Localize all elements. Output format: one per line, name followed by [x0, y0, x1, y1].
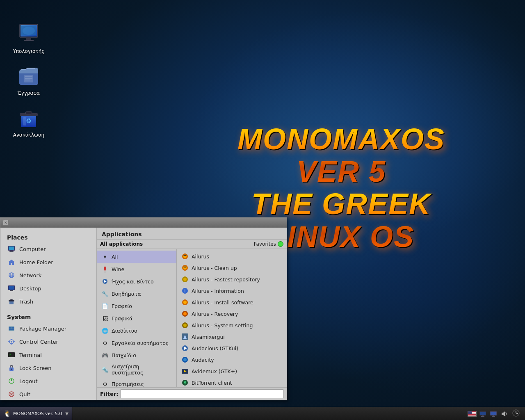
lock-screen-icon [7, 363, 16, 372]
svg-rect-36 [12, 327, 14, 329]
system-item-logout[interactable]: Logout [0, 374, 96, 388]
control-center-icon [7, 337, 16, 346]
title-line1: Monomaxos Ver 5 [210, 123, 472, 188]
desktop-icon-recycle[interactable]: ♻ Ανακύκλωση [12, 104, 45, 138]
category-item-graphics[interactable]: 🖼 Γραφικά [97, 312, 176, 324]
places-item-computer[interactable]: Computer [0, 242, 96, 256]
ailurus-cleanup-icon [181, 264, 189, 272]
taskbar-time [510, 409, 522, 418]
app-alsamixer-label: Alsamixergui [192, 334, 225, 340]
control-center-label: Control Center [19, 339, 58, 345]
places-item-network[interactable]: Network [0, 269, 96, 282]
app-item-ailurus-cleanup[interactable]: Ailurus - Clean up [177, 262, 287, 274]
svg-rect-20 [9, 251, 14, 252]
system-item-terminal[interactable]: >_ Terminal [0, 348, 96, 361]
logout-label: Logout [19, 378, 38, 384]
all-category-icon: ✦ [101, 253, 109, 261]
ailurus-recovery-icon [181, 310, 189, 318]
svg-point-66 [183, 278, 187, 281]
places-home-label: Home Folder [19, 259, 53, 265]
svg-point-47 [11, 369, 12, 370]
app-ailurus-install-label: Ailurus - Install software [192, 299, 253, 306]
app-list: Ailurus Ailurus - Clean up [177, 249, 287, 387]
category-item-wine[interactable]: Wine [97, 263, 176, 275]
category-item-preferences[interactable]: ⚙ Προτιμήσεις [97, 378, 176, 387]
svg-point-74 [183, 324, 187, 327]
app-ailurus-recovery-label: Ailurus - Recovery [192, 311, 238, 317]
terminal-label: Terminal [19, 352, 42, 358]
svg-rect-54 [104, 272, 106, 272]
svg-rect-4 [24, 40, 34, 41]
places-trash-label: Trash [19, 299, 33, 305]
category-item-accessories[interactable]: 🔧 Βοηθήματα [97, 288, 176, 300]
computer-places-icon [7, 244, 16, 253]
desktop-icon-documents[interactable]: Έγγραφα [12, 62, 45, 96]
places-item-home[interactable]: Home Folder [0, 256, 96, 269]
favorites-button[interactable]: Favorites [254, 241, 283, 247]
category-item-internet[interactable]: 🌐 Διαδίκτυο [97, 324, 176, 337]
system-tools-category-icon: ⚙ [101, 339, 109, 347]
app-avidemux-label: Avidemux (GTK+) [192, 368, 237, 374]
filter-input[interactable] [121, 389, 283, 398]
svg-point-39 [11, 341, 12, 342]
system-item-lock-screen[interactable]: Lock Screen [0, 361, 96, 374]
ailurus-info-icon: i [181, 287, 189, 295]
svg-text:>_: >_ [9, 353, 13, 356]
svg-rect-16 [23, 117, 26, 126]
svg-rect-3 [26, 37, 31, 40]
category-item-games[interactable]: 🎮 Παιχνίδια [97, 349, 176, 361]
display-tray-icon[interactable] [489, 409, 498, 418]
category-office-label: Γραφείο [112, 303, 132, 309]
logout-icon [7, 377, 16, 386]
app-item-ailurus[interactable]: Ailurus [177, 251, 287, 262]
category-item-office[interactable]: 📄 Γραφείο [97, 300, 176, 312]
system-item-package-manager[interactable]: Package Manager [0, 322, 96, 335]
places-item-trash[interactable]: Trash [0, 295, 96, 308]
places-network-label: Network [19, 272, 41, 278]
app-item-ailurus-fastest[interactable]: Ailurus - Fastest repository [177, 274, 287, 285]
system-admin-category-icon: 🔩 [101, 365, 109, 374]
app-item-alsamixer[interactable]: Alsamixergui [177, 331, 287, 342]
app-item-bittorrent[interactable]: B BitTorrent client [177, 377, 287, 387]
titlebar-close-btn[interactable]: ✕ [3, 220, 9, 226]
sound-tray-icon[interactable] [500, 409, 509, 418]
taskbar-tray [464, 409, 525, 418]
category-item-system-tools[interactable]: ⚙ Εργαλεία συστήματος [97, 337, 176, 349]
category-preferences-label: Προτιμήσεις [112, 381, 144, 387]
network-tray-icon[interactable] [478, 409, 487, 418]
app-item-audacious[interactable]: Audacious (GTKui) [177, 342, 287, 354]
computer-icon-label: Υπολογιστής [13, 48, 45, 54]
svg-rect-29 [10, 290, 13, 291]
category-internet-label: Διαδίκτυο [112, 328, 137, 334]
language-flag-icon[interactable] [468, 411, 477, 417]
category-item-all[interactable]: ✦ All [97, 251, 176, 263]
places-item-desktop[interactable]: Desktop [0, 282, 96, 295]
svg-rect-53 [105, 271, 105, 272]
category-list: ✦ All Wine Ή [97, 249, 177, 387]
app-item-audacity[interactable]: Audacity [177, 354, 287, 365]
alsamixer-icon [181, 333, 189, 341]
svg-point-80 [183, 358, 187, 361]
system-item-control-center[interactable]: Control Center [0, 335, 96, 348]
svg-rect-19 [10, 251, 13, 251]
svg-rect-87 [482, 415, 484, 416]
app-item-ailurus-install[interactable]: Ailurus - Install software [177, 297, 287, 308]
category-item-system-admin[interactable]: 🔩 Διαχείριση συστήματος [97, 361, 176, 378]
bittorrent-icon: B [181, 379, 189, 387]
quit-icon [7, 390, 16, 399]
taskbar-start-button[interactable]: 🐧 MONOMAXOS ver. 5.0 ▼ [0, 407, 72, 420]
quit-label: Quit [19, 391, 30, 397]
avidemux-icon [181, 367, 189, 375]
system-title: System [0, 311, 96, 322]
app-item-avidemux[interactable]: Avidemux (GTK+) [177, 365, 287, 377]
app-item-ailurus-recovery[interactable]: Ailurus - Recovery [177, 308, 287, 320]
system-item-quit[interactable]: Quit [0, 388, 96, 400]
desktop-icon-computer[interactable]: Υπολογιστής [12, 21, 45, 54]
start-label: MONOMAXOS ver. 5.0 [13, 411, 62, 416]
ailurus-system-icon [181, 321, 189, 329]
app-item-ailurus-system[interactable]: Ailurus - System setting [177, 320, 287, 331]
ailurus-fastest-icon [181, 275, 189, 283]
app-item-ailurus-info[interactable]: i Ailurus - Information [177, 285, 287, 297]
category-item-audio-video[interactable]: Ήχος και Βίντεο [97, 275, 176, 288]
svg-point-60 [185, 255, 187, 256]
